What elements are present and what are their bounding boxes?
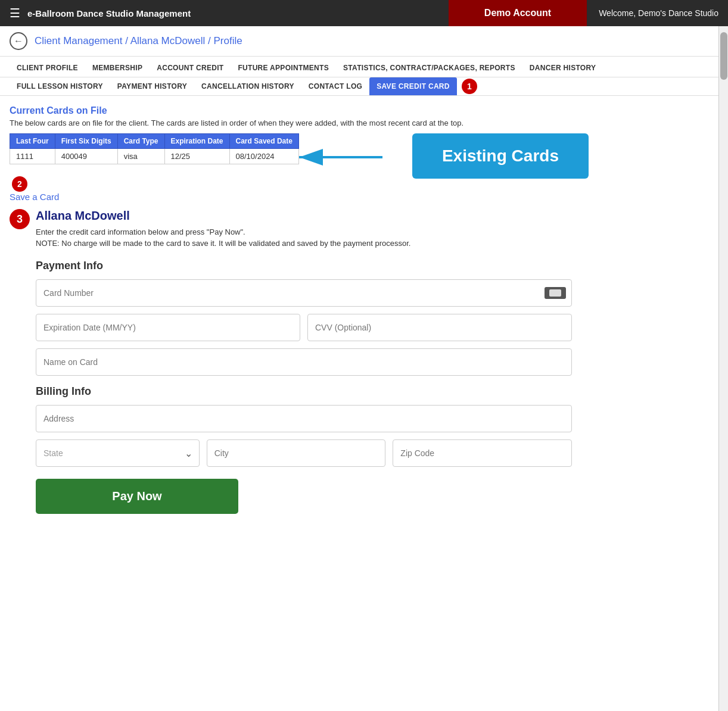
current-cards-title: Current Cards on File (10, 105, 718, 116)
payment-info-title: Payment Info (36, 260, 572, 272)
existing-cards-callout: Existing Cards (412, 133, 589, 179)
tab-future-appointments[interactable]: FUTURE APPOINTMENTS (231, 59, 336, 77)
col-expiry: Expiration Date (164, 134, 229, 149)
app-title: e-Ballroom Dance Studio Management (27, 8, 449, 18)
state-city-zip-row: State ⌄ (36, 439, 572, 467)
nav-row-2: FULL LESSON HISTORY PAYMENT HISTORY CANC… (0, 77, 728, 96)
cvv-input[interactable] (307, 314, 572, 341)
card-number-row (36, 279, 572, 307)
client-name: Allana McDowell (36, 209, 718, 223)
address-row (36, 405, 572, 432)
tab-dancer-history[interactable]: DANCER HISTORY (522, 59, 603, 77)
callout-arrow-svg (287, 133, 406, 181)
expiry-input[interactable] (36, 314, 300, 341)
tab-save-credit-card[interactable]: SAVE CREDIT CARD (369, 77, 457, 95)
scrollbar[interactable] (718, 26, 728, 535)
col-last-four: Last Four (10, 134, 55, 149)
back-button[interactable]: ← (10, 32, 27, 50)
address-input[interactable] (36, 405, 572, 432)
breadcrumb: Client Management / Allana McDowell / Pr… (35, 35, 242, 47)
cell-first-six: 400049 (55, 149, 117, 164)
expiry-cvv-row (36, 314, 572, 341)
welcome-text: Welcome, Demo's Dance Studio (587, 8, 718, 18)
state-select-wrapper: State ⌄ (36, 439, 200, 467)
name-on-card-input[interactable] (36, 348, 572, 376)
tab-contact-log[interactable]: CONTACT LOG (301, 77, 369, 95)
current-cards-section: Current Cards on File The below cards ar… (10, 105, 718, 192)
tab-membership[interactable]: MEMBERSHIP (85, 59, 150, 77)
billing-info-title: Billing Info (36, 385, 572, 398)
tab-cancellation-history[interactable]: CANCELLATION HISTORY (194, 77, 301, 95)
tab-full-lesson-history[interactable]: FULL LESSON HISTORY (10, 77, 110, 95)
tab-statistics[interactable]: STATISTICS, CONTRACT/PACKAGES, REPORTS (336, 59, 522, 77)
tab-payment-history[interactable]: PAYMENT HISTORY (110, 77, 194, 95)
card-number-input[interactable] (36, 279, 572, 307)
step-1-badge: 1 (462, 79, 477, 94)
cell-card-type: visa (117, 149, 164, 164)
col-first-six: First Six Digits (55, 134, 117, 149)
demo-account-badge: Demo Account (449, 0, 587, 26)
table-row: 1111 400049 visa 12/25 08/10/2024 (10, 149, 299, 164)
col-card-type: Card Type (117, 134, 164, 149)
save-card-section: Save a Card 3 Allana McDowell Enter the … (10, 192, 718, 514)
tab-account-credit[interactable]: ACCOUNT CREDIT (150, 59, 231, 77)
form-instructions: Enter the credit card information below … (36, 227, 718, 236)
city-input[interactable] (207, 439, 386, 467)
cards-table: Last Four First Six Digits Card Type Exp… (10, 133, 299, 164)
cell-last-four: 1111 (10, 149, 55, 164)
pay-now-button[interactable]: Pay Now (36, 479, 238, 514)
main-content: Current Cards on File The below cards ar… (0, 96, 728, 535)
step-3-badge: 3 (10, 209, 30, 229)
breadcrumb-bar: ← Client Management / Allana McDowell / … (0, 26, 728, 57)
nav-row-1: CLIENT PROFILE MEMBERSHIP ACCOUNT CREDIT… (0, 57, 728, 77)
name-on-card-row (36, 348, 572, 376)
card-icon (545, 287, 566, 299)
hamburger-icon[interactable]: ☰ (10, 6, 20, 20)
tab-client-profile[interactable]: CLIENT PROFILE (10, 59, 85, 77)
card-number-wrapper (36, 279, 572, 307)
cell-expiry: 12/25 (164, 149, 229, 164)
scrollbar-thumb[interactable] (720, 32, 727, 80)
save-card-title: Save a Card (10, 192, 718, 202)
step-2-badge: 2 (12, 176, 27, 192)
top-bar: ☰ e-Ballroom Dance Studio Management Dem… (0, 0, 728, 26)
state-select[interactable]: State (36, 439, 200, 467)
zip-input[interactable] (393, 439, 572, 467)
form-note: NOTE: No charge will be made to the card… (36, 239, 718, 248)
current-cards-desc: The below cards are on file for the clie… (10, 118, 718, 127)
